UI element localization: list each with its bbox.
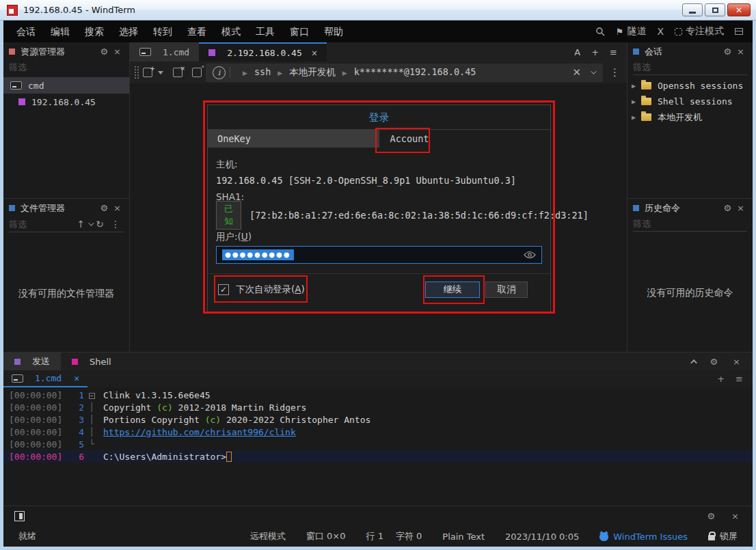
breadcrumb-item-2[interactable]: k********@192.168.0.45 xyxy=(354,66,476,77)
dropdown-icon[interactable] xyxy=(158,71,163,74)
sessions-filter-input[interactable] xyxy=(633,62,747,72)
explorer-item-0[interactable]: cmd xyxy=(3,77,129,94)
explorer-filter-input[interactable] xyxy=(9,62,124,72)
breadcrumb-item-0[interactable]: ssh xyxy=(254,66,271,77)
tab-2-ssh-session[interactable]: 2.192.168.0.45 ✕ xyxy=(199,42,327,61)
expand-caret-icon[interactable]: ▶ xyxy=(632,98,641,105)
new-tab-button[interactable]: + xyxy=(591,47,599,57)
tab-shell[interactable]: Shell xyxy=(61,353,122,370)
new-session-icon[interactable]: + xyxy=(143,68,152,77)
panel-toggle-icon[interactable] xyxy=(14,511,25,521)
close-session-icon[interactable]: × xyxy=(173,68,183,77)
tab-onekey[interactable]: OneKey xyxy=(208,130,379,148)
status-remote-mode[interactable]: 远程模式 xyxy=(250,530,286,542)
x-server-button[interactable]: X xyxy=(657,26,664,37)
reopen-session-icon[interactable]: ° xyxy=(192,68,202,77)
terminal-text: Copyright (c) 2012-2018 Martin Ridgers xyxy=(103,402,306,413)
tab-close-icon[interactable]: ✕ xyxy=(312,47,317,58)
menu-item-0[interactable]: 会话 xyxy=(9,20,43,42)
tab-account[interactable]: Account xyxy=(379,130,429,148)
status-char[interactable]: 字符 0 xyxy=(396,530,422,542)
lock-screen-button[interactable]: 锁屏 xyxy=(708,530,738,542)
menu-item-5[interactable]: 查看 xyxy=(180,20,214,42)
new-terminal-button[interactable]: + xyxy=(717,374,725,384)
expand-caret-icon[interactable]: ▶ xyxy=(632,82,641,90)
gear-icon[interactable]: ⚙ xyxy=(97,203,111,213)
drag-handle[interactable] xyxy=(134,66,139,79)
gear-icon[interactable]: ⚙ xyxy=(720,203,734,213)
file-manager-filter-input[interactable] xyxy=(9,219,74,230)
terminal-tab-1cmd[interactable]: 1.cmd ✕ xyxy=(3,370,87,387)
menu-item-9[interactable]: 帮助 xyxy=(316,20,351,42)
tab-list-button[interactable]: ≡ xyxy=(610,47,617,57)
session-folder-2[interactable]: ▶本地开发机 xyxy=(627,109,753,125)
menu-item-6[interactable]: 模式 xyxy=(214,20,248,42)
menu-item-4[interactable]: 转到 xyxy=(146,20,180,42)
refresh-icon[interactable]: ↻ xyxy=(92,219,107,230)
layout-icon[interactable] xyxy=(735,28,743,35)
close-icon[interactable]: × xyxy=(729,511,742,521)
eye-icon[interactable] xyxy=(524,251,536,259)
maximize-button[interactable] xyxy=(705,3,725,16)
cmd-icon xyxy=(139,48,151,56)
status-datetime[interactable]: 2023/11/10 0:05 xyxy=(505,532,579,542)
tunnel-button[interactable]: ⚑隧道 xyxy=(616,25,647,38)
focus-mode-button[interactable]: 专注模式 xyxy=(675,25,724,38)
cancel-button[interactable]: 取消 xyxy=(485,281,528,298)
menu-item-1[interactable]: 编辑 xyxy=(43,20,77,42)
password-masked-text: ●●●●●●●●● xyxy=(222,249,294,260)
collapse-panel-icon[interactable] xyxy=(691,359,698,366)
checkbox-checked-icon[interactable]: ✓ xyxy=(218,284,229,295)
up-arrow-icon[interactable]: ↑ xyxy=(74,219,89,230)
info-icon[interactable]: i xyxy=(213,66,226,79)
menu-item-7[interactable]: 工具 xyxy=(248,20,282,42)
line-number: 6 xyxy=(64,452,84,462)
menu-item-3[interactable]: 选择 xyxy=(111,20,146,42)
status-line[interactable]: 行 1 xyxy=(366,530,383,542)
menu-item-2[interactable]: 搜索 xyxy=(77,20,111,42)
gear-icon[interactable]: ⚙ xyxy=(97,46,111,57)
close-button[interactable]: ✕ xyxy=(727,3,751,16)
session-folder-1[interactable]: ▶Shell sessions xyxy=(627,94,753,109)
status-window-size[interactable]: 窗口 0×0 xyxy=(306,530,346,542)
search-icon[interactable] xyxy=(595,27,605,36)
menu-item-8[interactable]: 窗口 xyxy=(282,20,316,42)
breadcrumb[interactable]: i ▶ssh▶本地开发机▶k********@192.168.0.45 ✕ xyxy=(206,64,603,82)
collapse-icon[interactable]: − xyxy=(89,393,95,399)
close-icon[interactable]: × xyxy=(111,46,124,57)
close-icon[interactable]: × xyxy=(111,203,124,213)
gear-icon[interactable]: ⚙ xyxy=(720,46,734,57)
user-input[interactable]: ●●●●●●●●● xyxy=(216,246,542,264)
history-filter-input[interactable] xyxy=(633,219,747,229)
autologin-checkbox-row[interactable]: ✓ 下次自动登录(A) xyxy=(218,284,305,296)
fold-marker-icon[interactable]: − xyxy=(84,390,99,400)
history-panel-icon xyxy=(633,205,639,211)
explorer-item-1[interactable]: 192.168.0.45 xyxy=(3,94,129,110)
autologin-label: 下次自动登录(A) xyxy=(236,284,305,296)
expand-caret-icon[interactable]: ▶ xyxy=(632,113,641,121)
tab-1cmd[interactable]: 1.cmd xyxy=(130,42,199,61)
gear-icon[interactable]: ⚙ xyxy=(704,511,718,521)
clear-icon[interactable]: ✕ xyxy=(572,66,581,79)
close-icon[interactable]: × xyxy=(730,357,743,367)
terminal-output[interactable]: [00:00:00]1−Clink v1.3.15.6e6e45[00:00:0… xyxy=(3,387,753,506)
close-icon[interactable]: × xyxy=(734,203,747,213)
lock-icon xyxy=(708,535,715,540)
terminal-list-button[interactable]: ≡ xyxy=(735,374,743,384)
more-icon[interactable]: ⋮ xyxy=(607,66,623,79)
close-icon[interactable]: × xyxy=(734,46,747,57)
session-folder-0[interactable]: ▶Openssh sessions xyxy=(627,78,753,94)
terminal-viewport[interactable]: 登录 OneKey Account 主机: 192.168.0.45 [SSH-… xyxy=(130,83,627,352)
gear-icon[interactable]: ⚙ xyxy=(707,357,720,367)
minimize-button[interactable] xyxy=(682,3,703,16)
tab-close-icon[interactable]: ✕ xyxy=(74,373,79,383)
breadcrumb-item-1[interactable]: 本地开发机 xyxy=(289,66,336,77)
tab-send[interactable]: 发送 xyxy=(3,353,61,370)
terminal-segment: Portions Copyright xyxy=(103,415,205,425)
continue-button[interactable]: 继续 xyxy=(425,281,480,298)
windterm-issues-link[interactable]: WindTerm Issues xyxy=(599,532,688,542)
chevron-down-icon[interactable] xyxy=(591,68,596,74)
font-button[interactable]: A xyxy=(574,47,580,57)
more-icon[interactable]: ⋮ xyxy=(107,219,124,230)
status-syntax[interactable]: Plain Text xyxy=(442,532,485,542)
